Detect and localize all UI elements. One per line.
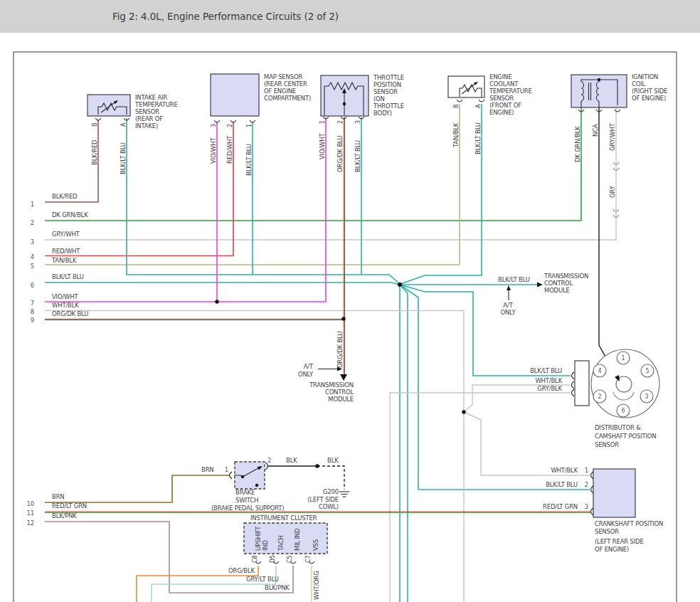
cluster-channel: TACH — [277, 535, 285, 551]
cluster-channel: IND — [262, 540, 269, 551]
coil-label: COIL — [632, 80, 646, 88]
cap-number: 5 — [646, 368, 649, 374]
wire-blk-lt-blu-row6 — [45, 282, 400, 285]
wire-label: VIO/WHT — [210, 137, 217, 164]
iat-label: (REAR OF — [135, 115, 163, 122]
row-number: 4 — [31, 253, 34, 260]
tps-label: BODY) — [373, 110, 392, 117]
map-label: MAP SENSOR — [264, 73, 302, 80]
pin-label: 3 — [211, 124, 217, 127]
row-number: 1 — [31, 201, 34, 208]
at-only-label: ONLY — [500, 309, 516, 316]
row-number: 5 — [31, 263, 34, 270]
wire-blk-ground — [317, 466, 344, 490]
row-number: 6 — [31, 282, 34, 289]
row-number: 2 — [31, 219, 34, 226]
ect-label: SENSOR — [489, 95, 514, 102]
ect-sensor-box — [448, 76, 484, 97]
distributor-label: SENSOR — [595, 441, 619, 448]
wire-label: ORG/DK BLU — [336, 332, 344, 368]
pin-label: C7 — [305, 556, 312, 563]
pin-label: C5 — [287, 556, 293, 563]
wire-label: ORG/DK BLU — [336, 136, 344, 172]
distributor-label: DISTRIBUTOR & — [595, 424, 641, 431]
ground-label: COWL) — [319, 503, 339, 510]
cluster-channel: MIL IND — [294, 528, 301, 551]
wire-brn — [45, 475, 229, 502]
ground-label: G200 — [323, 488, 339, 495]
cap-number: 2 — [598, 394, 602, 400]
wire-label: GRY/LT BLU — [246, 576, 279, 583]
iat-label: SENSOR — [135, 108, 159, 115]
row-number: 3 — [31, 238, 34, 245]
tps-label: (ON — [373, 95, 385, 102]
wire-label: ORG/BLK — [228, 567, 255, 574]
wire-label: BLK — [286, 457, 297, 464]
row-wire-label: RED/WHT — [52, 248, 80, 255]
wire-label: NCA — [592, 124, 599, 137]
flow-arrows — [318, 282, 543, 381]
wire-label: GRY — [609, 185, 616, 198]
wire-label: BLK/RED — [91, 139, 98, 165]
tcm-label: MODULE — [328, 396, 354, 403]
cap-number: 6 — [622, 408, 625, 414]
wire-label: WHT/ORG — [313, 571, 320, 600]
pin-label: 3 — [585, 503, 588, 510]
cluster-channel: UPSHIFT — [255, 526, 262, 551]
row-wire-label: GRY/WHT — [52, 231, 80, 238]
tcm-label: TRANSMISSION — [543, 273, 588, 280]
pin-label: 1 — [319, 120, 326, 124]
tcm-label: TRANSMISSION — [309, 381, 354, 389]
brake-label: SWITCH — [235, 497, 258, 504]
row-wire-label: VIO/WHT — [52, 293, 78, 300]
pin-label: 1 — [246, 124, 253, 127]
map-label: (REAR CENTER — [264, 80, 307, 88]
at-only-label: A/T — [304, 363, 314, 370]
pin-label: 1 — [585, 467, 588, 474]
at-only-up-arrowhead — [507, 285, 511, 290]
cap-number: 1 — [622, 355, 625, 361]
wires — [45, 104, 617, 602]
wire-label: BLK/LT BLU — [474, 122, 482, 154]
cap-number: 4 — [598, 368, 602, 374]
pin-label: 2 — [267, 457, 271, 464]
tcm-right-arrowhead — [537, 282, 543, 287]
crankshaft-sensor-box — [593, 469, 635, 517]
row-wire-label: BLK/LT BLU — [52, 273, 84, 280]
row-wire-label: DK GRN/BLK — [52, 211, 88, 218]
row-wire-label: BRN — [52, 493, 65, 500]
tps-label: THROTTLE — [373, 102, 404, 110]
pin-label: A — [475, 104, 482, 108]
ground-label: (LEFT SIDE — [307, 496, 339, 503]
row-wire-label: ORG/DK BLU — [52, 310, 88, 317]
wire-label: VIO/WHT — [319, 133, 326, 159]
tcm-label: MODULE — [544, 287, 570, 294]
coil-label: (RIGHT SIDE — [632, 88, 667, 95]
wire-label: RED/WHT — [226, 135, 233, 164]
map-label: COMPARTMENT) — [264, 95, 311, 102]
row-number: 9 — [31, 317, 34, 324]
row-number: 12 — [27, 519, 34, 527]
wiring-diagram: BLK/RED 1 DK GRN/BLK 2 GRY/WHT 3 RED/WHT… — [0, 0, 700, 602]
pin-label: 3 — [355, 120, 361, 124]
pin-id-labels: B A 3 2 1 1 2 3 B A C8 D5 C5 C7 — [92, 104, 482, 563]
wire-label: BLK/LT BLU — [245, 144, 253, 176]
pin-label: C8 — [252, 556, 258, 563]
tps-label: SENSOR — [373, 88, 398, 95]
wire-vio-wht — [45, 117, 326, 302]
ground-symbol — [339, 492, 349, 497]
pin-label: B — [92, 123, 98, 127]
ect-label: ENGINE) — [489, 109, 514, 116]
wire-label: DK GRN/BLK — [574, 126, 581, 162]
wire-label: BRN — [201, 466, 214, 473]
tcm-label: CONTROL — [544, 280, 573, 287]
wire-label: RED/LT GRN — [543, 503, 578, 510]
ect-label: TEMPERATURE — [489, 88, 532, 95]
pin-label: B — [453, 105, 460, 108]
wire-blk-lt-blu-ect — [401, 104, 482, 284]
wire-gry-lt-blu — [152, 566, 276, 602]
wire-label: BLK/LT BLU — [498, 276, 530, 283]
pin-label: 2 — [337, 120, 344, 124]
tps-label: POSITION — [373, 81, 401, 88]
pin-label: 2 — [585, 481, 588, 488]
